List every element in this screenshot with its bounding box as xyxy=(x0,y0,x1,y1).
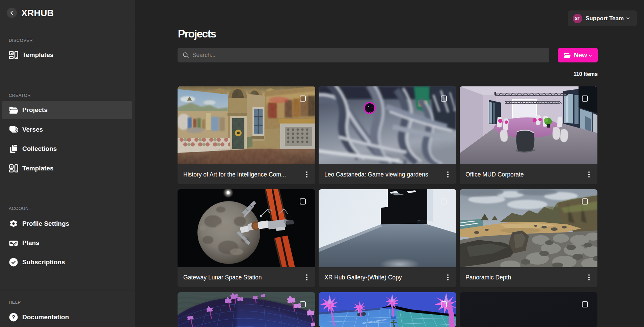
svg-text:?: ? xyxy=(12,314,15,320)
